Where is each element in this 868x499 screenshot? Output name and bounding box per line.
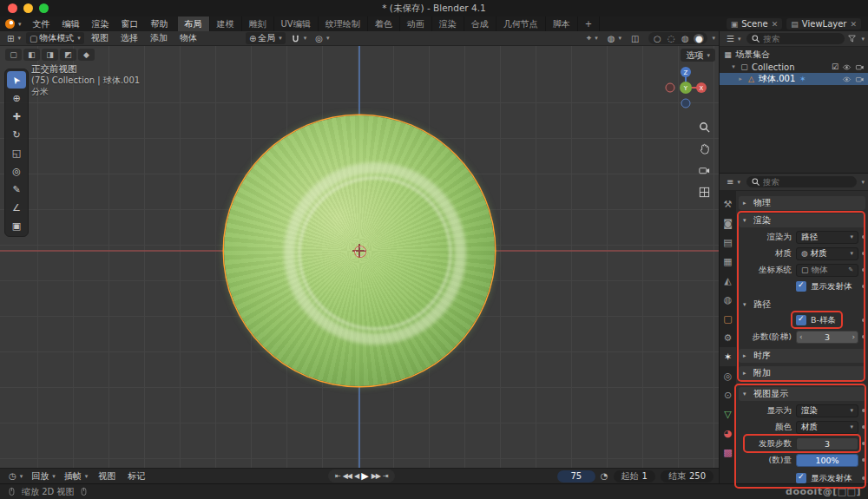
solid-shading-button[interactable]: ◌ [666, 34, 676, 43]
eyedropper-icon[interactable]: ✎ [848, 266, 853, 273]
animate-dot[interactable] [862, 425, 865, 429]
particles-tab-icon[interactable]: ✶ [720, 347, 736, 366]
menu-select[interactable]: 选择 [115, 32, 143, 44]
annotate-tool[interactable]: ✎ [7, 181, 26, 198]
frame-start-field[interactable]: 起始1 [614, 470, 655, 483]
timing-panel-header[interactable]: ▸时序 [739, 349, 865, 363]
jump-to-end-button[interactable]: ⇥ [383, 472, 388, 480]
neg-x-axis-handle[interactable] [666, 83, 674, 92]
timeline-view-menu[interactable]: 视图 [93, 470, 121, 483]
show-overlays-toggle[interactable]: ◍▾ [604, 32, 625, 44]
material-shading-button[interactable]: ◍ [680, 34, 690, 43]
snapping-toggle[interactable]: ▾ [287, 32, 311, 44]
shading-options-chevron-icon[interactable]: ▾ [712, 35, 715, 42]
world-tab-icon[interactable]: ◍ [720, 290, 736, 309]
tab-sculpting[interactable]: 雕刻 [242, 16, 274, 31]
header-toggle-button-3[interactable]: ◨ [42, 49, 58, 61]
collection-checkbox-icon[interactable]: ☑ [832, 62, 838, 71]
path-subpanel-header[interactable]: ▾路径 [739, 299, 865, 311]
expand-object-icon[interactable]: ▸ [737, 76, 744, 82]
transform-tool[interactable]: ◎ [7, 162, 26, 180]
header-toggle-button-4[interactable]: ◩ [60, 49, 76, 61]
timeline-marker-menu[interactable]: 标记 [122, 470, 150, 483]
xray-toggle[interactable]: ◫ [628, 32, 642, 44]
menu-add[interactable]: 添加 [145, 32, 173, 44]
menu-view[interactable]: 视图 [86, 32, 114, 44]
scene-tab-icon[interactable]: ◭ [720, 271, 736, 290]
tab-modeling[interactable]: 建模 [210, 16, 242, 31]
menu-edit[interactable]: 编辑 [56, 16, 86, 31]
show-gizmo-toggle[interactable]: ⌖▾ [583, 32, 602, 44]
properties-search-input[interactable] [763, 177, 853, 187]
menu-help[interactable]: 帮助 [145, 16, 174, 31]
auto-keying-icon[interactable]: ◔ [601, 471, 608, 481]
animate-dot[interactable] [862, 268, 865, 272]
decrement-icon[interactable]: ‹ [799, 332, 803, 341]
move-tool[interactable]: ✚ [7, 108, 26, 125]
mode-dropdown[interactable]: ▢物体模式▾ [26, 32, 84, 44]
menu-object[interactable]: 物体 [174, 32, 202, 44]
menu-window[interactable]: 窗口 [115, 16, 145, 31]
measure-tool[interactable]: ∠ [7, 199, 26, 216]
editor-type-button[interactable]: ⊞▾ [3, 32, 24, 44]
play-button[interactable]: ▶ [361, 470, 368, 482]
viewlayer-selector[interactable]: ▤ ViewLayer ✕ [786, 18, 861, 30]
disable-in-render-camera-icon[interactable] [855, 62, 865, 72]
add-workspace-button[interactable]: + [578, 16, 600, 31]
hide-in-viewport-eye-icon[interactable] [842, 75, 852, 84]
physics-panel-header[interactable]: ▸物理 [739, 196, 865, 210]
render-as-dropdown[interactable]: 路径▾ [796, 231, 858, 244]
object-data-tab-icon[interactable]: ▽ [720, 404, 736, 423]
minimize-window-button[interactable] [23, 3, 33, 13]
material-dropdown[interactable]: ◍材质▾ [796, 247, 858, 260]
increment-icon[interactable]: › [852, 332, 855, 341]
texture-tab-icon[interactable]: ▩ [720, 443, 736, 462]
camera-view-icon[interactable] [698, 164, 711, 177]
timeline-editor-type-button[interactable]: ◷▾ [5, 470, 26, 483]
ortho-toggle-icon[interactable] [698, 186, 711, 199]
options-dropdown[interactable]: 选项▾ [681, 49, 715, 62]
color-dropdown[interactable]: 材质▾ [796, 421, 858, 434]
modifiers-tab-icon[interactable]: ⚙ [720, 328, 736, 347]
show-emitter-checkbox[interactable] [796, 281, 806, 292]
tab-texture-paint[interactable]: 纹理绘制 [319, 16, 368, 31]
hide-in-viewport-eye-icon[interactable] [842, 62, 852, 72]
animate-dot[interactable] [862, 252, 865, 255]
tool-tab-icon[interactable]: ⚒ [720, 194, 736, 213]
render-panel-header[interactable]: ▾渲染 [739, 213, 865, 227]
animate-dot[interactable] [862, 442, 865, 445]
header-toggle-button-1[interactable]: ▢ [5, 49, 22, 61]
tab-geometry-nodes[interactable]: 几何节点 [496, 16, 546, 31]
keying-menu[interactable]: 插帧▾ [61, 470, 92, 483]
animate-dot[interactable] [862, 476, 865, 480]
scene-selector[interactable]: ▣ Scene ✕ [727, 18, 783, 30]
prev-keyframe-button[interactable]: ◀◀ [343, 472, 352, 480]
animate-dot[interactable] [862, 318, 865, 322]
play-reverse-button[interactable]: ◀ [354, 472, 358, 480]
steps-slider[interactable]: ‹3› [796, 331, 858, 344]
outliner-editor-type-button[interactable]: ☰▾ [723, 33, 744, 45]
menu-render[interactable]: 渲染 [86, 16, 115, 31]
strand-steps-field[interactable]: 3 [796, 437, 858, 450]
animate-dot[interactable] [862, 235, 865, 239]
close-window-button[interactable] [8, 3, 17, 13]
animate-dot[interactable] [862, 285, 865, 288]
animate-dot[interactable] [862, 458, 865, 462]
chevron-down-icon[interactable]: ▾ [861, 36, 865, 43]
select-box-tool[interactable]: ➤ [7, 71, 26, 89]
wireframe-shading-button[interactable]: ○ [652, 34, 662, 43]
remove-viewlayer-icon[interactable]: ✕ [850, 20, 857, 29]
unlink-scene-icon[interactable]: ✕ [772, 20, 779, 29]
tab-animation[interactable]: 动画 [400, 16, 432, 31]
transform-orientation-dropdown[interactable]: ⊕全局▾ [246, 32, 286, 44]
tab-layout[interactable]: 布局 [178, 16, 210, 31]
extra-panel-header[interactable]: ▸附加 [739, 366, 865, 380]
properties-editor-type-button[interactable]: ≡▾ [723, 176, 744, 188]
zoom-icon[interactable] [698, 121, 711, 134]
render-tab-icon[interactable]: ◙ [720, 213, 736, 233]
expand-collection-icon[interactable]: ▾ [730, 63, 737, 70]
bspline-checkbox[interactable] [796, 315, 806, 325]
animate-dot[interactable] [862, 335, 865, 338]
display-as-dropdown[interactable]: 渲染▾ [796, 404, 858, 417]
next-keyframe-button[interactable]: ▶▶ [372, 472, 380, 480]
